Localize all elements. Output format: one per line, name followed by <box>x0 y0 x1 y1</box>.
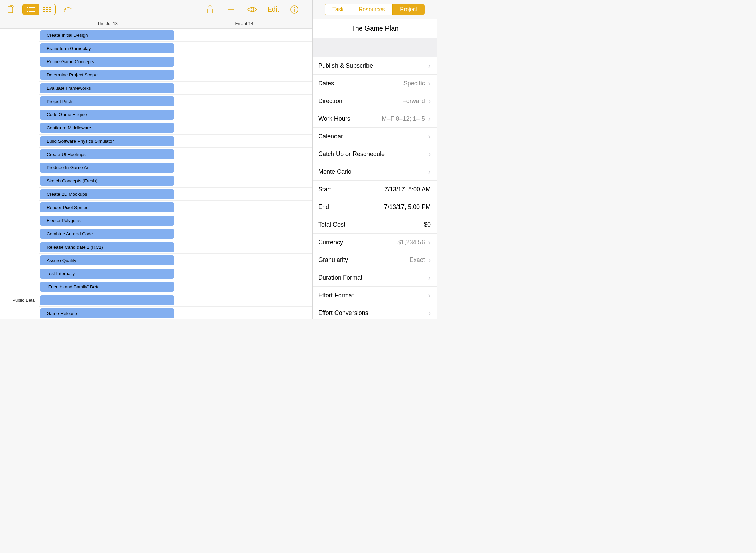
row-duration-format[interactable]: Duration Format › <box>313 269 437 287</box>
documents-icon[interactable] <box>5 4 16 15</box>
task-row: Project Pitch <box>39 95 312 108</box>
row-label: Total Cost <box>318 221 345 228</box>
task-row <box>39 293 312 307</box>
tab-resources[interactable]: Resources <box>351 4 392 15</box>
task-bar[interactable]: Configure Middleware <box>40 123 174 133</box>
chevron-right-icon: › <box>428 133 431 140</box>
chevron-right-icon: › <box>428 62 431 70</box>
row-currency[interactable]: Currency $1,234.56 › <box>313 234 437 251</box>
tab-project[interactable]: Project <box>392 4 425 15</box>
add-icon[interactable] <box>225 4 237 15</box>
row-label <box>0 148 39 161</box>
task-bar[interactable]: Refine Game Concepts <box>40 57 174 67</box>
task-bar[interactable]: Assure Quality <box>40 255 174 265</box>
task-bar[interactable]: "Friends and Family" Beta <box>40 282 174 292</box>
outline-view-icon[interactable] <box>23 4 39 15</box>
task-row: Create 2D Mockups <box>39 188 312 201</box>
svg-point-13 <box>251 8 254 11</box>
eye-icon[interactable] <box>246 4 258 15</box>
row-value: Specific <box>403 80 426 87</box>
svg-rect-5 <box>46 7 48 8</box>
row-catch-up[interactable]: Catch Up or Reschedule › <box>313 145 437 163</box>
row-label: Public Beta <box>0 293 39 307</box>
inspector-spacer <box>313 38 437 57</box>
task-bar[interactable]: Game Release <box>40 308 174 318</box>
task-bar[interactable]: Test Internally <box>40 269 174 279</box>
row-label: Currency <box>318 239 343 246</box>
row-label <box>0 307 39 319</box>
main-pane: Edit Thu Jul 13 Fri Jul 14 <box>0 0 313 319</box>
info-icon[interactable] <box>289 4 300 15</box>
row-value: Forward <box>402 97 426 105</box>
svg-rect-3 <box>29 11 35 12</box>
row-label <box>0 68 39 82</box>
task-bar[interactable]: Create 2D Mockups <box>40 189 174 199</box>
row-effort-format[interactable]: Effort Format › <box>313 287 437 304</box>
row-value: Exact <box>410 256 426 264</box>
row-granularity[interactable]: Granularity Exact › <box>313 251 437 269</box>
row-effort-conversions[interactable]: Effort Conversions › <box>313 304 437 319</box>
task-bar[interactable]: Build Software Physics Simulator <box>40 136 174 146</box>
task-row: Brainstorm Gameplay <box>39 42 312 55</box>
edit-button[interactable]: Edit <box>268 5 279 13</box>
row-publish-subscribe[interactable]: Publish & Subscribe › <box>313 57 437 75</box>
svg-rect-0 <box>27 7 28 8</box>
row-label: Publish & Subscribe <box>318 62 373 69</box>
row-direction[interactable]: Direction Forward › <box>313 92 437 110</box>
task-bar[interactable]: Brainstorm Gameplay <box>40 43 174 53</box>
gantt-rows: Create Initial Design Brainstorm Gamepla… <box>39 29 312 319</box>
row-dates[interactable]: Dates Specific › <box>313 75 437 92</box>
chevron-right-icon: › <box>428 309 431 317</box>
row-total-cost[interactable]: Total Cost $0 <box>313 216 437 234</box>
task-bar[interactable]: Project Pitch <box>40 96 174 106</box>
task-bar[interactable]: Fleece Polygons <box>40 216 174 226</box>
inspector-tabs-wrap: Task Resources Project <box>313 0 437 19</box>
timeline-header-gutter <box>0 19 39 28</box>
task-bar[interactable]: Combine Art and Code <box>40 229 174 239</box>
task-bar[interactable]: Determine Project Scope <box>40 70 174 80</box>
task-row: Render Pixel Sprites <box>39 201 312 214</box>
chevron-right-icon: › <box>428 97 431 105</box>
task-bar[interactable]: Create UI Hookups <box>40 149 174 159</box>
row-label: Duration Format <box>318 274 362 281</box>
row-monte-carlo[interactable]: Monte Carlo › <box>313 163 437 181</box>
view-mode-toggle[interactable] <box>22 4 56 15</box>
row-work-hours[interactable]: Work Hours M–F 8–12; 1– 5 › <box>313 110 437 128</box>
task-bar[interactable]: Sketch Concepts (Fresh) <box>40 176 174 186</box>
task-bar[interactable] <box>40 295 174 305</box>
task-bar[interactable]: Code Game Engine <box>40 110 174 120</box>
row-label: Dates <box>318 80 334 87</box>
chevron-right-icon: › <box>428 256 431 264</box>
row-calendar[interactable]: Calendar › <box>313 128 437 145</box>
row-label <box>0 201 39 214</box>
svg-rect-12 <box>49 11 51 12</box>
task-bar[interactable]: Produce In-Game Art <box>40 163 174 173</box>
row-value: $0 <box>424 221 431 228</box>
row-label <box>0 29 39 42</box>
task-row: Combine Art and Code <box>39 227 312 240</box>
undo-icon[interactable] <box>62 4 73 15</box>
svg-rect-9 <box>49 9 51 10</box>
share-icon[interactable] <box>204 4 216 15</box>
toolbar-right: Edit <box>204 4 308 15</box>
task-bar[interactable]: Release Candidate 1 (RC1) <box>40 242 174 252</box>
tab-task[interactable]: Task <box>325 4 351 15</box>
chevron-right-icon: › <box>428 168 431 176</box>
row-label <box>0 121 39 135</box>
timeline-body[interactable]: Public Beta Create Initial Design Brains… <box>0 29 312 319</box>
app-root: Edit Thu Jul 13 Fri Jul 14 <box>0 0 437 319</box>
timeline-header: Thu Jul 13 Fri Jul 14 <box>0 19 312 29</box>
task-bar[interactable]: Evaluate Frameworks <box>40 83 174 93</box>
inspector-list[interactable]: Publish & Subscribe › Dates Specific › D… <box>313 57 437 319</box>
task-bar[interactable]: Create Initial Design <box>40 30 174 40</box>
row-label <box>0 108 39 121</box>
row-label: Work Hours <box>318 115 350 122</box>
row-start[interactable]: Start 7/13/17, 8:00 AM <box>313 181 437 198</box>
row-label: Catch Up or Reschedule <box>318 150 385 158</box>
task-row: Sketch Concepts (Fresh) <box>39 174 312 188</box>
row-label <box>0 174 39 188</box>
row-end[interactable]: End 7/13/17, 5:00 PM <box>313 198 437 216</box>
chevron-right-icon: › <box>428 274 431 282</box>
task-bar[interactable]: Render Pixel Sprites <box>40 202 174 212</box>
gantt-view-icon[interactable] <box>39 4 55 15</box>
